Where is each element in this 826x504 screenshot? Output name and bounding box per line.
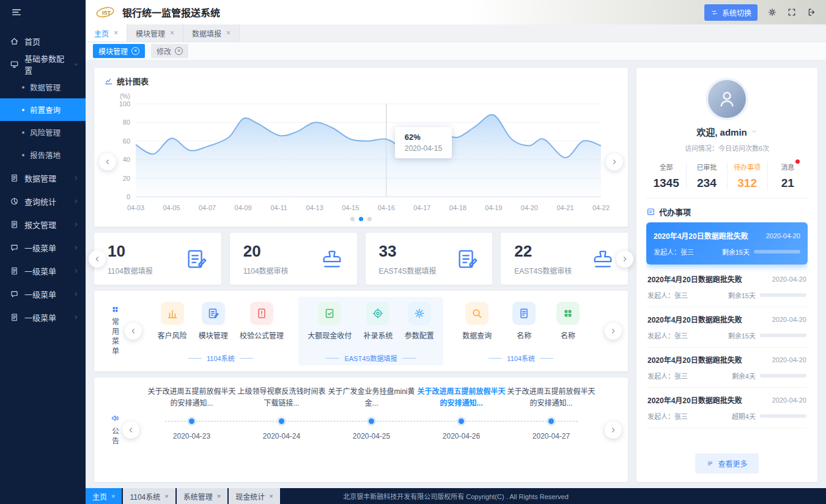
- announcements-prev-button[interactable]: [122, 422, 139, 439]
- stat-prev-button[interactable]: [89, 250, 106, 268]
- pagination-dot[interactable]: [350, 217, 355, 221]
- quick-menu-next-button[interactable]: [605, 323, 622, 340]
- sidebar-subitem-label: 风险管理: [30, 126, 61, 138]
- close-icon[interactable]: ×: [217, 492, 221, 500]
- stat-next-button[interactable]: [616, 250, 633, 268]
- sidebar-subitem-front-query[interactable]: 前置查询: [0, 98, 86, 121]
- close-icon[interactable]: ×: [175, 47, 183, 55]
- quick-menu-item-formula-check[interactable]: 校验公式管理: [240, 301, 284, 349]
- announcement-date: 2020-04-25: [353, 432, 390, 440]
- logout-icon[interactable]: [806, 7, 816, 17]
- announcement-item-highlighted[interactable]: 关于改进周五提前放假半天的安排通知... 2020-04-26: [416, 386, 506, 473]
- caret-right-icon: [73, 291, 79, 298]
- todo-item[interactable]: 2020年4月20日数据跑批失败 2020-04-20 发起人：张三 剩余4天: [646, 348, 808, 388]
- sidebar-item-query-statistics[interactable]: 查询统计: [0, 189, 86, 213]
- sidebar-item-home[interactable]: 首页: [0, 29, 86, 53]
- view-more-button[interactable]: 查看更多: [695, 453, 758, 473]
- tab-data-filling[interactable]: 数据填报×: [183, 24, 240, 42]
- sidebar-subitem-label: 数据管理: [30, 81, 61, 93]
- quick-menu-title: 常用菜单: [110, 318, 120, 357]
- bottom-tab-1104[interactable]: 1104系统×: [123, 488, 175, 504]
- todo-item[interactable]: 2020年4月20日数据跑批失败 2020-04-20 发起人：张三 超期4天: [646, 388, 808, 428]
- fullscreen-icon[interactable]: [787, 7, 797, 17]
- sidebar-item-level1-menu-1[interactable]: 一级菜单: [0, 236, 86, 259]
- sidebar-item-level1-menu-4[interactable]: 一级菜单: [0, 305, 86, 329]
- form-icon: [185, 247, 208, 271]
- logo: IST: [94, 4, 116, 20]
- sidebar-subitem-data-management[interactable]: 数据管理: [0, 76, 86, 98]
- pagination-dot[interactable]: [367, 217, 372, 221]
- stat-label: EAST4S数据填报: [379, 265, 437, 276]
- close-icon[interactable]: ×: [269, 492, 273, 500]
- hamburger-menu-icon[interactable]: [11, 7, 22, 18]
- tab-home[interactable]: 主页×: [86, 24, 127, 42]
- close-icon[interactable]: ×: [226, 29, 230, 37]
- quick-menu-item-name-2[interactable]: 名称: [556, 301, 580, 349]
- close-icon[interactable]: ×: [164, 492, 168, 500]
- sidebar-subitem-risk-management[interactable]: 风险管理: [0, 121, 86, 144]
- bottom-tab-system[interactable]: 系统管理×: [177, 488, 227, 504]
- stat-pending[interactable]: 待办事项 312: [727, 162, 767, 190]
- close-icon[interactable]: ×: [111, 492, 115, 500]
- bottom-tab-cash[interactable]: 现金统计×: [229, 488, 279, 504]
- sidebar-item-data-management[interactable]: 数据管理: [0, 166, 86, 189]
- tab-label: 系统管理: [183, 491, 213, 502]
- chart-prev-button[interactable]: [99, 153, 116, 170]
- quick-menu-item-name-1[interactable]: 名称: [512, 301, 536, 349]
- system-switch-button[interactable]: 系统切换: [704, 4, 758, 21]
- quick-menu-item-data-query[interactable]: 数据查询: [462, 301, 492, 349]
- stat-label: 1104数据填报: [108, 265, 153, 276]
- quick-menu-item-supplement-system[interactable]: 补录系统: [363, 301, 393, 349]
- announcement-item[interactable]: 上级领导视察反洗钱时间表下载链接... 2020-04-24: [237, 386, 326, 473]
- sidebar-item-message-management[interactable]: 报文管理: [0, 213, 86, 236]
- stat-label: 1104数据审核: [243, 265, 289, 276]
- quick-menu-group-east4s: 大额现金收付 补录系统 参数配置: [298, 297, 444, 365]
- sidebar-subitem-report-landing[interactable]: 报告落地: [0, 144, 86, 166]
- screen-icon: [10, 60, 19, 69]
- pagination-dot-active[interactable]: [359, 217, 363, 221]
- svg-text:04-03: 04-03: [127, 204, 144, 211]
- quick-menu-item-label: 名称: [517, 330, 531, 340]
- stat-card-1104-review[interactable]: 20 1104数据审核: [230, 233, 357, 285]
- chip-modify[interactable]: 修改×: [151, 44, 188, 58]
- announcements-next-button[interactable]: [605, 422, 622, 439]
- announcement-item[interactable]: 关于改进周五提前放假半天的安排通知... 2020-04-27: [506, 386, 596, 473]
- stat-approved[interactable]: 已审批 234: [686, 162, 726, 190]
- quick-menu-item-customer-risk[interactable]: 客户风险: [158, 301, 187, 349]
- bottom-tab-home[interactable]: 主页×: [86, 488, 122, 504]
- announcement-date: 2020-04-24: [263, 432, 300, 440]
- tab-module-management[interactable]: 模块管理×: [127, 24, 183, 42]
- close-icon[interactable]: ×: [114, 29, 118, 37]
- chip-module-management[interactable]: 模块管理×: [93, 44, 145, 58]
- announcement-item[interactable]: 关于广发金业务挂盘mini黄金... 2020-04-25: [326, 386, 416, 473]
- sidebar-item-level1-menu-3[interactable]: 一级菜单: [0, 282, 86, 305]
- stat-value: 33: [379, 242, 437, 261]
- close-icon[interactable]: ×: [131, 47, 139, 55]
- avatar[interactable]: [708, 80, 746, 118]
- chevron-right-icon: [621, 255, 629, 263]
- quick-menu-item-module-management[interactable]: 模块管理: [199, 301, 228, 349]
- quick-menu-item-param-config[interactable]: 参数配置: [405, 301, 434, 349]
- todo-item[interactable]: 2020年4月20日数据跑批失败 2020-04-20 发起人：张三 剩余15天: [646, 307, 808, 348]
- quick-menu-item-cash-payment[interactable]: 大额现金收付: [308, 301, 352, 349]
- settings-gear-icon[interactable]: [767, 7, 777, 17]
- document-icon: [10, 220, 19, 229]
- announcement-item[interactable]: 关于改进周五提前放假半天的安排通知... 2020-04-23: [147, 386, 237, 473]
- caret-down-icon[interactable]: [751, 128, 758, 135]
- close-icon[interactable]: ×: [170, 29, 174, 37]
- sidebar-item-base-config[interactable]: 基础参数配置: [0, 53, 86, 76]
- statistics-chart-svg[interactable]: 020406080100(%)04-0304-0504-0704-0904-11…: [104, 88, 618, 215]
- stat-all[interactable]: 全部 1345: [646, 162, 686, 190]
- sidebar-item-level1-menu-2[interactable]: 一级菜单: [0, 259, 86, 282]
- stat-card-east4s-review[interactable]: 22 EAST4S数据审核: [501, 233, 628, 285]
- stat-card-east4s-filling[interactable]: 33 EAST4S数据填报: [366, 233, 493, 285]
- welcome-row[interactable]: 欢迎, admin: [646, 125, 808, 138]
- stat-messages[interactable]: 消息 21: [767, 162, 808, 190]
- quick-menu-prev-button[interactable]: [125, 323, 142, 340]
- stat-card-1104-filling[interactable]: 10 1104数据填报: [94, 233, 221, 285]
- todo-item-active[interactable]: 2020年4月20日数据跑批失败 2020-04-20 发起人：张三 剩余15天: [646, 222, 808, 265]
- todo-item[interactable]: 2020年4月20日数据跑批失败 2020-04-20 发起人：张三 剩余15天: [646, 267, 808, 307]
- svg-text:60: 60: [123, 137, 130, 145]
- chart-next-button[interactable]: [606, 153, 623, 170]
- todo-section-header: 代办事项: [646, 206, 808, 217]
